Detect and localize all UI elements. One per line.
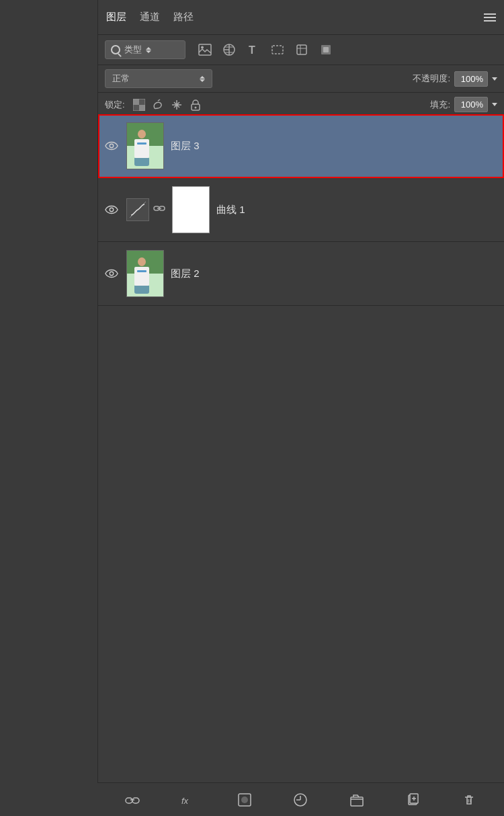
svg-point-16: [110, 144, 113, 147]
type-filter-label: 类型: [124, 44, 142, 56]
tab-layers[interactable]: 图层: [106, 8, 126, 26]
layers-panel: 图层 通道 路径 类型: [97, 0, 504, 816]
svg-point-17: [110, 208, 113, 211]
layer-thumb-layer3: [126, 122, 164, 169]
visibility-toggle-layer3[interactable]: [103, 138, 120, 154]
opacity-section: 不透明度: 100%: [413, 71, 497, 87]
blend-mode-label: 正常: [112, 73, 130, 85]
svg-rect-4: [272, 46, 283, 54]
new-adjustment-button[interactable]: [290, 789, 311, 811]
svg-rect-8: [133, 99, 139, 105]
new-layer-button[interactable]: [403, 789, 424, 811]
text-filter-icon[interactable]: T: [245, 41, 262, 58]
layer-name-layer2: 图层 2: [171, 268, 499, 280]
lock-transparent-button[interactable]: [132, 97, 146, 112]
shape-filter-icon[interactable]: [269, 41, 286, 58]
bottom-toolbar: fx: [97, 782, 504, 816]
adjustment-icons-curves1: [126, 198, 165, 221]
smart-filter-icon[interactable]: [293, 41, 310, 58]
chain-link-icon: [153, 202, 165, 217]
panel-tab-bar: 图层 通道 路径: [98, 0, 504, 35]
fill-dropdown-arrow[interactable]: [492, 103, 497, 106]
add-mask-button[interactable]: [234, 789, 255, 811]
layer-thumb-layer2: [126, 250, 164, 297]
svg-text:fx: fx: [181, 796, 189, 806]
type-filter-arrows: [146, 47, 151, 53]
svg-rect-7: [323, 47, 329, 52]
opacity-dropdown-arrow[interactable]: [492, 77, 497, 81]
svg-rect-0: [199, 44, 211, 55]
curves-adj-icon: [126, 198, 149, 221]
lock-image-button[interactable]: [151, 97, 165, 112]
lock-position-button[interactable]: [169, 97, 184, 112]
left-sidebar: [0, 0, 97, 816]
filter-icons-group: T: [196, 41, 335, 58]
filter-row: 类型: [98, 35, 504, 65]
lock-label: 锁定:: [105, 99, 125, 111]
opacity-label: 不透明度:: [413, 73, 450, 85]
lock-all-button[interactable]: [188, 97, 203, 112]
tabs-container: 图层 通道 路径: [106, 8, 194, 26]
svg-point-23: [241, 797, 248, 803]
search-icon: [111, 45, 120, 54]
layer-name-layer3: 图层 3: [171, 140, 499, 153]
layers-list: 图层 3: [98, 114, 504, 782]
visibility-toggle-curves1[interactable]: [103, 202, 120, 218]
svg-point-20: [110, 272, 113, 275]
new-group-button[interactable]: [346, 789, 368, 811]
blend-mode-select[interactable]: 正常: [105, 69, 212, 88]
tab-channels[interactable]: 通道: [140, 8, 160, 26]
blend-mode-arrows: [200, 76, 205, 82]
svg-rect-25: [351, 797, 363, 806]
lock-row: 锁定:: [98, 93, 504, 117]
svg-line-13: [158, 99, 160, 101]
adjustment-filter-icon[interactable]: [220, 41, 238, 58]
fill-label: 填充:: [430, 99, 450, 111]
layer-item-curves1[interactable]: 曲线 1: [98, 178, 504, 242]
svg-rect-5: [297, 45, 306, 54]
layer-thumb-curves1: [172, 186, 210, 233]
fill-section: 填充: 100%: [430, 97, 497, 112]
svg-rect-9: [139, 99, 145, 105]
svg-point-15: [194, 106, 196, 108]
layer-name-curves1: 曲线 1: [216, 204, 499, 216]
svg-rect-11: [139, 105, 145, 111]
layer-item-layer2[interactable]: 图层 2: [98, 242, 504, 306]
svg-rect-10: [133, 105, 139, 111]
layer-fx-button[interactable]: fx: [177, 789, 199, 811]
fill-value[interactable]: 100%: [454, 97, 488, 112]
delete-layer-button[interactable]: [458, 789, 480, 811]
visibility-toggle-layer2[interactable]: [103, 266, 120, 282]
mode-row: 正常 不透明度: 100%: [98, 65, 504, 93]
pixel-filter-icon[interactable]: [317, 41, 335, 58]
svg-point-1: [201, 46, 204, 49]
layer-item-layer3[interactable]: 图层 3: [98, 114, 504, 178]
tab-paths[interactable]: 路径: [173, 8, 194, 26]
type-filter-select[interactable]: 类型: [105, 40, 185, 59]
image-filter-icon[interactable]: [196, 41, 214, 58]
svg-text:T: T: [249, 44, 255, 56]
panel-menu-button[interactable]: [484, 13, 496, 22]
link-layers-button[interactable]: [122, 789, 143, 811]
opacity-value[interactable]: 100%: [454, 71, 488, 87]
